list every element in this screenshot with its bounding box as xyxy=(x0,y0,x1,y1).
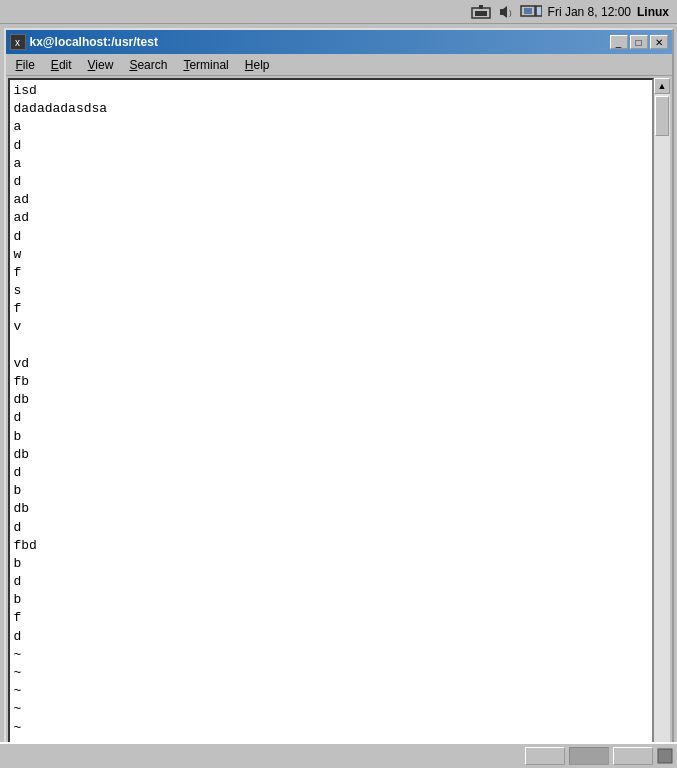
bottom-icon xyxy=(657,748,673,764)
network-icon xyxy=(470,4,492,20)
bottom-button-1[interactable] xyxy=(525,747,565,765)
svg-text:): ) xyxy=(509,8,512,17)
terminal-content-wrapper: isd dadadadasdsa a d a d ad ad d w f s f… xyxy=(6,76,672,760)
title-bar-buttons: _ □ ✕ xyxy=(610,35,668,49)
scroll-track[interactable] xyxy=(654,94,670,742)
scroll-thumb[interactable] xyxy=(655,96,669,136)
taskbar-time: Fri Jan 8, 12:00 xyxy=(548,5,631,19)
menu-terminal[interactable]: Terminal xyxy=(175,56,236,74)
terminal-text-area[interactable]: isd dadadadasdsa a d a d ad ad d w f s f… xyxy=(10,80,652,756)
svg-rect-8 xyxy=(537,8,541,14)
top-taskbar: ) Fri Jan 8, 12:00 Linux xyxy=(0,0,677,24)
taskbar-right-area: ) Fri Jan 8, 12:00 Linux xyxy=(470,4,669,20)
svg-rect-6 xyxy=(524,8,532,14)
svg-rect-2 xyxy=(479,5,483,9)
menu-help[interactable]: Help xyxy=(237,56,278,74)
minimize-button[interactable]: _ xyxy=(610,35,628,49)
speaker-icon: ) xyxy=(498,4,514,20)
scrollbar-vertical[interactable]: ▲ ▼ xyxy=(654,78,670,758)
menu-view[interactable]: View xyxy=(80,56,122,74)
svg-marker-3 xyxy=(500,6,507,18)
svg-rect-9 xyxy=(658,749,672,763)
title-bar: x kx@localhost:/usr/test _ □ ✕ xyxy=(6,30,672,54)
title-bar-left: x kx@localhost:/usr/test xyxy=(10,34,158,50)
bottom-button-2[interactable] xyxy=(569,747,609,765)
terminal-content[interactable]: isd dadadadasdsa a d a d ad ad d w f s f… xyxy=(8,78,654,758)
close-button[interactable]: ✕ xyxy=(650,35,668,49)
window-title: kx@localhost:/usr/test xyxy=(30,35,158,49)
menubar: File Edit View Search Terminal Help xyxy=(6,54,672,76)
menu-edit[interactable]: Edit xyxy=(43,56,80,74)
display-icon xyxy=(520,4,542,20)
maximize-button[interactable]: □ xyxy=(630,35,648,49)
menu-search[interactable]: Search xyxy=(121,56,175,74)
window-icon: x xyxy=(10,34,26,50)
bottom-taskbar xyxy=(0,742,677,768)
bottom-button-3[interactable] xyxy=(613,747,653,765)
menu-file[interactable]: File xyxy=(8,56,43,74)
os-label: Linux xyxy=(637,5,669,19)
svg-rect-1 xyxy=(475,11,487,16)
terminal-window: x kx@localhost:/usr/test _ □ ✕ File Edit… xyxy=(4,28,674,762)
scroll-up-button[interactable]: ▲ xyxy=(654,78,670,94)
